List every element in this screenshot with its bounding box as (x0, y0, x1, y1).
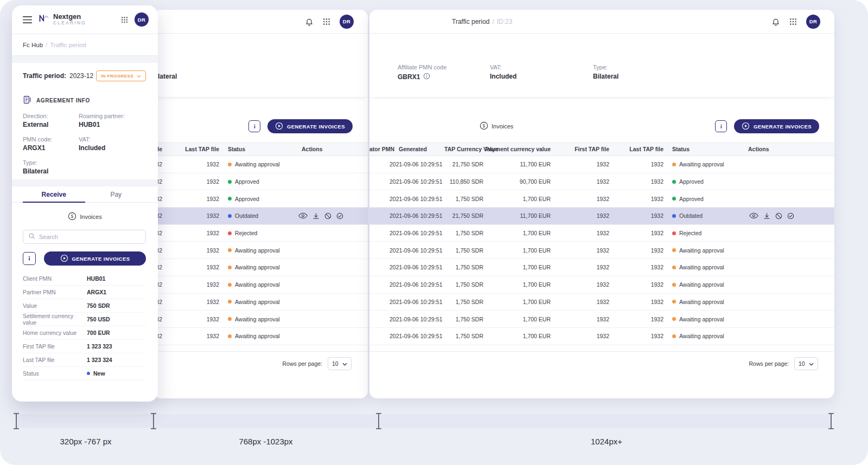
download-icon[interactable] (763, 212, 770, 219)
column-header: Status (663, 146, 744, 152)
tap-currency-cell: 1,750 SDR (444, 281, 483, 288)
last-tap-cell: 1932 (609, 230, 663, 236)
status-dot (672, 266, 676, 269)
detail-row[interactable]: Status New (23, 367, 146, 380)
table-row[interactable]: 32 1932 Awaiting approval (154, 294, 368, 311)
table-row[interactable]: 2021-09-06 10:29:51 1,750 SDR 1,700 EUR … (369, 190, 834, 208)
tablet-viewport: DR lateral GENERATE INVOICES le Last TAP… (154, 10, 368, 398)
tablet-table-header: le Last TAP file Status Actions (154, 142, 368, 156)
status-label: Approved (679, 178, 704, 185)
info-square-button[interactable] (248, 120, 260, 132)
generate-invoices-button[interactable]: GENERATE INVOICES (44, 251, 146, 266)
status-dot (228, 163, 232, 166)
table-row[interactable]: 2021-09-06 10:29:51 1,750 SDR 1,700 EUR … (369, 242, 834, 259)
detail-row[interactable]: Home currency value 700 EUR (23, 326, 146, 340)
first-tap-cell: 1932 (551, 196, 609, 202)
detail-row[interactable]: Last TAP file 1 323 324 (23, 353, 146, 367)
table-row[interactable]: 2021-09-06 10:29:51 110,850 SDR 90,700 E… (369, 173, 834, 191)
info-square-button[interactable] (715, 120, 727, 132)
table-row[interactable]: 32 1932 Rejected (154, 225, 368, 242)
detail-row[interactable]: Client PMN HUB01 (23, 272, 146, 286)
apps-grid-icon[interactable] (121, 16, 128, 23)
detail-row[interactable]: First TAP file 1 323 323 (23, 340, 146, 353)
tab[interactable]: Pay (85, 186, 148, 202)
page-title-main: Traffic period (452, 18, 489, 25)
info-square-button[interactable] (23, 252, 36, 265)
desktop-table-footer: Rows per page: 10 (369, 351, 834, 370)
status-cell: Awaiting approval (663, 333, 744, 339)
apps-grid-icon[interactable] (323, 18, 330, 25)
table-row[interactable]: 32 1932 Awaiting approval (154, 328, 368, 345)
menu-icon[interactable] (23, 16, 32, 23)
detail-row[interactable]: Value 750 SDR (23, 299, 146, 313)
table-row[interactable]: 2021-09-06 10:29:51 1,750 SDR 1,700 EUR … (369, 311, 834, 328)
view-icon[interactable] (298, 212, 308, 219)
column-header: ator PMN (369, 146, 388, 152)
section-gap (12, 56, 158, 63)
page-title: Traffic period / ID:23 (452, 10, 512, 34)
mobile-invoices-toolbar: GENERATE INVOICES (23, 251, 146, 266)
status-dot (672, 300, 676, 303)
bell-icon[interactable] (771, 17, 780, 26)
view-icon[interactable] (749, 212, 758, 219)
detail-label: Settlement currency value (23, 313, 87, 326)
status-cell: Outdated (663, 212, 744, 219)
table-row[interactable]: 2021-09-06 10:29:51 21,750 SDR 11,700 EU… (369, 208, 834, 225)
tab[interactable]: Receive (23, 186, 85, 202)
table-row[interactable]: 32 1932 Awaiting approval (154, 276, 368, 294)
traffic-period-info-section: Affiliate PMN code GBRX1 VAT: Included T… (369, 34, 834, 98)
table-row[interactable]: 2021-09-06 10:29:51 1,750 SDR 1,700 EUR … (369, 225, 834, 242)
table-row[interactable]: 32 1932 Approved (154, 190, 368, 208)
table-row[interactable]: 32 1932 Awaiting approval (154, 259, 368, 276)
bell-icon[interactable] (305, 17, 314, 26)
table-row[interactable]: 2021-09-06 10:29:51 1,750 SDR 1,700 EUR … (369, 328, 834, 345)
rows-per-page-select[interactable]: 10 (328, 357, 352, 370)
detail-label: Partner PMN (23, 289, 87, 295)
detail-row[interactable]: Partner PMN ARGX1 (23, 286, 146, 299)
user-avatar[interactable]: DR (135, 12, 149, 27)
detail-value: 1 323 323 (87, 343, 112, 350)
approve-check-icon[interactable] (336, 212, 343, 219)
detail-row[interactable]: Settlement currency value 750 USD (23, 313, 146, 326)
generated-cell: 2021-09-06 10:29:51 (388, 316, 444, 322)
payment-currency-cell: 1,700 EUR (483, 196, 551, 202)
user-avatar[interactable]: DR (340, 15, 354, 29)
detail-value: New (93, 370, 105, 377)
approve-check-icon[interactable] (787, 212, 794, 219)
table-row[interactable]: 2021-09-06 10:29:51 1,750 SDR 1,700 EUR … (369, 276, 834, 294)
apps-grid-icon[interactable] (789, 18, 797, 25)
breadcrumb-parent[interactable]: Fc Hub (23, 42, 43, 48)
invoices-section-label: $ Invoices (480, 121, 513, 131)
status-cell: Awaiting approval (663, 281, 744, 288)
payment-currency-cell: 11,700 EUR (483, 161, 551, 167)
info-circle-icon[interactable] (423, 73, 430, 81)
table-row[interactable]: 32 1932 Awaiting approval (154, 242, 368, 259)
row-actions (297, 212, 358, 219)
table-row[interactable]: 2021-09-06 10:29:51 1,750 SDR 1,700 EUR … (369, 294, 834, 311)
generate-invoices-button[interactable]: GENERATE INVOICES (734, 119, 819, 133)
table-row[interactable]: 2021-09-06 10:29:51 1,750 SDR 1,700 EUR … (369, 259, 834, 276)
table-row[interactable]: 32 1932 Approved (154, 173, 368, 191)
block-icon[interactable] (324, 212, 331, 219)
download-icon[interactable] (312, 212, 320, 219)
table-row[interactable]: 2021-09-06 10:29:51 21,750 SDR 11,700 EU… (369, 156, 834, 173)
search-input[interactable] (39, 234, 141, 240)
tap-currency-cell: 1,750 SDR (444, 316, 483, 322)
agreement-field-label: Type: (23, 159, 79, 166)
block-icon[interactable] (775, 212, 782, 219)
status-label: Approved (235, 196, 259, 202)
status-badge[interactable]: IN PROGRESS (96, 70, 146, 81)
rows-per-page-select[interactable]: 10 (794, 357, 818, 370)
generate-invoices-button[interactable]: GENERATE INVOICES (267, 119, 353, 133)
status-label: Awaiting approval (235, 247, 280, 254)
table-row[interactable]: 32 1932 Outdated (154, 208, 368, 225)
generated-cell: 2021-09-06 10:29:51 (388, 161, 444, 167)
info-field-type: Type: Bilateral (593, 64, 618, 97)
user-avatar[interactable]: DR (806, 15, 820, 29)
column-header: Payment currency value (483, 146, 551, 152)
table-row[interactable]: 32 1932 Awaiting approval (154, 311, 368, 328)
table-row[interactable]: 32 1932 Awaiting approval (154, 156, 368, 173)
rows-per-page-value: 10 (799, 360, 805, 367)
row-actions (744, 212, 819, 219)
agreement-field: Type: Bilateral (23, 159, 79, 175)
